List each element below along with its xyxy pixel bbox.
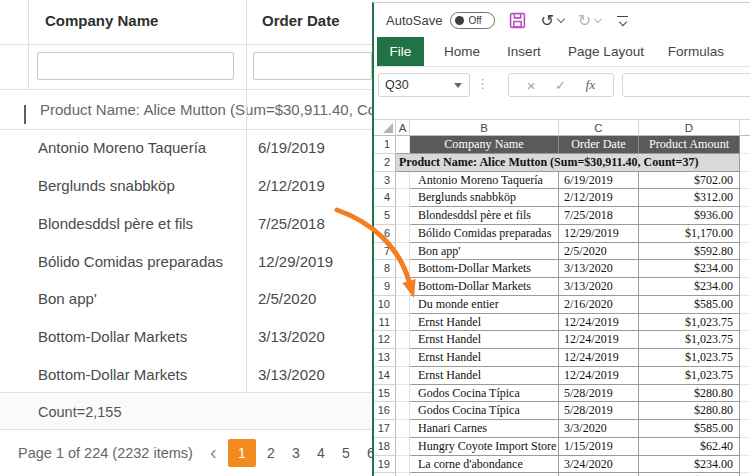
order-date-cell[interactable]: 12/24/2019 <box>559 314 639 332</box>
order-date-cell[interactable]: 3/3/2020 <box>559 420 639 438</box>
company-filter-input[interactable] <box>37 52 234 80</box>
cell-a[interactable] <box>396 402 410 420</box>
more-options-icon[interactable]: ⋮ <box>476 76 489 91</box>
cell-e[interactable] <box>740 420 750 438</box>
column-header-a[interactable]: A <box>396 119 410 136</box>
company-cell[interactable]: Antonio Moreno Taquería <box>410 172 559 190</box>
order-date-cell[interactable]: 3/24/2020 <box>559 456 639 474</box>
company-cell[interactable]: Ernst Handel <box>410 331 559 349</box>
group-caption-cell[interactable]: Product Name: Alice Mutton (Sum=$30,911.… <box>396 154 740 172</box>
cell-e[interactable] <box>740 172 750 190</box>
insert-function-icon[interactable]: fx <box>585 77 595 93</box>
cell-e[interactable] <box>740 367 750 385</box>
row-header[interactable]: 10 <box>374 296 396 314</box>
order-date-cell[interactable]: 12/24/2019 <box>559 331 639 349</box>
order-date-cell[interactable]: 7/25/2018 <box>559 207 639 225</box>
cell-a[interactable] <box>396 331 410 349</box>
cell-a[interactable] <box>396 314 410 332</box>
product-amount-cell[interactable]: $1,023.75 <box>639 331 740 349</box>
row-header[interactable]: 5 <box>374 207 396 225</box>
cell-a[interactable] <box>396 278 410 296</box>
product-amount-cell[interactable]: $585.00 <box>639 420 740 438</box>
column-header-b[interactable]: B <box>410 119 559 136</box>
undo-icon[interactable]: ↺ <box>540 11 563 30</box>
company-cell[interactable]: La corne d'abondance <box>410 456 559 474</box>
company-cell[interactable]: Godos Cocina Típica <box>410 402 559 420</box>
order-date-cell[interactable]: 2/16/2020 <box>559 296 639 314</box>
product-amount-cell[interactable]: $1,023.75 <box>639 349 740 367</box>
grid-column-header-order-date[interactable]: Order Date <box>262 12 340 29</box>
ribbon-tab[interactable]: Page Layout <box>562 37 650 66</box>
ribbon-tab[interactable]: Formulas <box>662 37 730 66</box>
page-number-button[interactable]: 4 <box>311 439 331 467</box>
cell-a[interactable] <box>396 385 410 403</box>
cell-e[interactable] <box>740 349 750 367</box>
cell-e[interactable] <box>740 402 750 420</box>
product-amount-cell[interactable]: $1,170.00 <box>639 225 740 243</box>
cell-a[interactable] <box>396 225 410 243</box>
cell-e[interactable] <box>740 260 750 278</box>
cell-e[interactable] <box>740 278 750 296</box>
company-cell[interactable]: Berglunds snabbköp <box>410 189 559 207</box>
company-cell[interactable]: Hungry Coyote Import Store <box>410 438 559 456</box>
header-cell-order-date[interactable]: Order Date <box>559 136 639 154</box>
cell-e[interactable] <box>740 207 750 225</box>
row-header[interactable]: 11 <box>374 314 396 332</box>
order-date-cell[interactable]: 12/24/2019 <box>559 349 639 367</box>
company-cell[interactable]: Bottom-Dollar Markets <box>410 260 559 278</box>
order-date-cell[interactable]: 3/13/2020 <box>559 260 639 278</box>
row-header[interactable]: 9 <box>374 278 396 296</box>
order-date-cell[interactable]: 6/19/2019 <box>559 172 639 190</box>
product-amount-cell[interactable]: $312.00 <box>639 189 740 207</box>
cancel-icon[interactable]: × <box>527 78 536 93</box>
company-cell[interactable]: Godos Cocina Típica <box>410 385 559 403</box>
autosave-toggle[interactable]: Off <box>450 12 495 29</box>
row-header[interactable]: 8 <box>374 260 396 278</box>
row-header[interactable]: 12 <box>374 331 396 349</box>
cell-e[interactable] <box>740 296 750 314</box>
order-date-cell[interactable]: 1/15/2019 <box>559 438 639 456</box>
page-number-button[interactable]: 1 <box>228 439 256 467</box>
product-amount-cell[interactable]: $936.00 <box>639 207 740 225</box>
row-header[interactable]: 6 <box>374 225 396 243</box>
cell-e[interactable] <box>740 456 750 474</box>
cell-a[interactable] <box>396 189 410 207</box>
name-box[interactable]: Q30 <box>378 73 470 97</box>
company-cell[interactable]: Blondesddsl père et fils <box>410 207 559 225</box>
company-cell[interactable]: Bon app' <box>410 243 559 261</box>
row-header[interactable]: 2 <box>374 154 396 172</box>
order-date-cell[interactable]: 12/29/2019 <box>559 225 639 243</box>
select-all-corner[interactable] <box>374 119 396 136</box>
column-header-d[interactable]: D <box>639 119 740 136</box>
cell-a[interactable] <box>396 438 410 456</box>
undo-dropdown-icon[interactable] <box>557 14 565 22</box>
cell-e[interactable] <box>740 243 750 261</box>
page-number-button[interactable]: 3 <box>286 439 306 467</box>
name-box-dropdown-icon[interactable] <box>454 83 462 88</box>
company-cell[interactable]: Bólido Comidas preparadas <box>410 225 559 243</box>
order-date-cell[interactable]: 5/28/2019 <box>559 402 639 420</box>
order-date-cell[interactable]: 2/12/2019 <box>559 189 639 207</box>
header-cell-company[interactable]: Company Name <box>410 136 559 154</box>
cell-a[interactable] <box>396 420 410 438</box>
product-amount-cell[interactable]: $280.80 <box>639 385 740 403</box>
product-amount-cell[interactable]: $62.40 <box>639 438 740 456</box>
row-header[interactable]: 4 <box>374 189 396 207</box>
row-header[interactable]: 15 <box>374 385 396 403</box>
company-cell[interactable]: Ernst Handel <box>410 314 559 332</box>
row-header[interactable]: 16 <box>374 402 396 420</box>
company-cell[interactable]: Hanari Carnes <box>410 420 559 438</box>
chevron-down-icon[interactable] <box>24 105 26 123</box>
cell-a[interactable] <box>396 207 410 225</box>
cell-e[interactable] <box>740 314 750 332</box>
order-date-cell[interactable]: 3/13/2020 <box>559 278 639 296</box>
company-cell[interactable]: Ernst Handel <box>410 367 559 385</box>
cell-a[interactable] <box>396 456 410 474</box>
cell-e[interactable] <box>740 331 750 349</box>
save-icon[interactable] <box>509 12 526 29</box>
cell-e[interactable] <box>740 438 750 456</box>
cell-e[interactable] <box>740 385 750 403</box>
ribbon-tab[interactable]: Home <box>438 37 486 66</box>
row-header[interactable]: 1 <box>374 136 396 154</box>
order-date-cell[interactable]: 12/24/2019 <box>559 367 639 385</box>
